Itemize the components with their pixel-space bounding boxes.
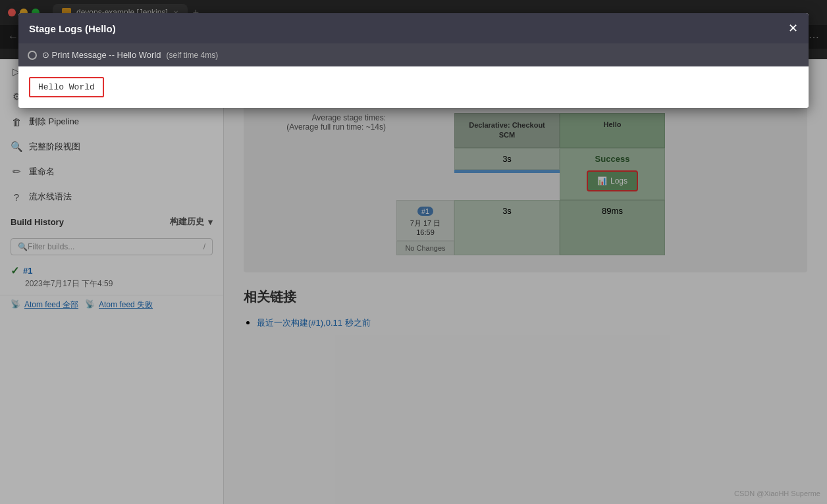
stage-logs-modal: Stage Logs (Hello) ✕ ⊙ Print Message -- … (18, 13, 809, 108)
modal-title: Stage Logs (Hello) (29, 23, 116, 34)
modal-close-button[interactable]: ✕ (788, 21, 798, 36)
modal-content: Hello World (18, 66, 809, 108)
modal-overlay: Stage Logs (Hello) ✕ ⊙ Print Message -- … (0, 0, 827, 504)
step-label: ⊙ Print Message -- Hello World (42, 50, 161, 60)
modal-header: Stage Logs (Hello) ✕ (18, 13, 809, 43)
step-time: (self time 4ms) (167, 51, 219, 60)
log-output: Hello World (29, 77, 104, 97)
step-circle-icon (28, 51, 37, 60)
modal-step: ⊙ Print Message -- Hello World (self tim… (18, 43, 809, 66)
